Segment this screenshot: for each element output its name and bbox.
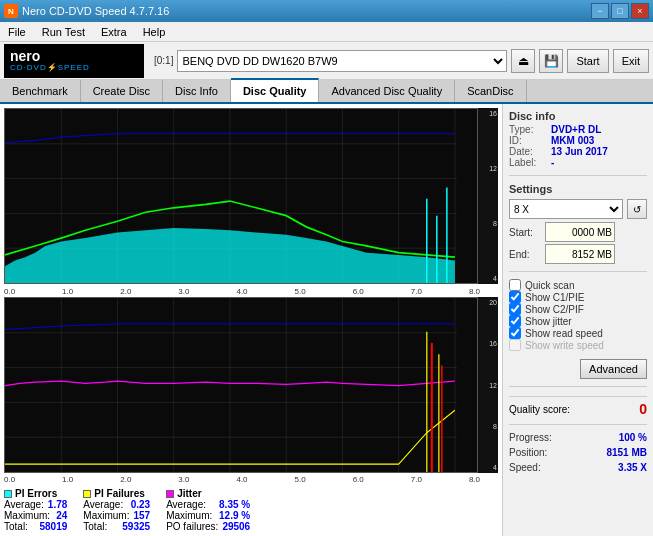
disc-id-row: ID: MKM 003 [509,135,647,146]
tab-scan-disc[interactable]: ScanDisc [455,80,526,102]
disc-date-row: Date: 13 Jun 2017 [509,146,647,157]
jitter-max: 12.9 % [219,510,250,521]
chart-area: 16 12 8 4 0.0 1.0 2.0 3.0 4.0 5.0 6.0 7.… [0,104,503,536]
show-c2-pif-row: Show C2/PIF [509,303,647,315]
bottom-chart [4,297,478,473]
toolbar: nero CD·DVD⚡SPEED [0:1] BENQ DVD DD DW16… [0,42,653,80]
app-logo: nero CD·DVD⚡SPEED [4,44,144,78]
show-write-speed-row: Show write speed [509,339,647,351]
bottom-y-8: 8 [479,423,497,430]
jitter-label: Jitter [177,488,201,499]
tab-disc-quality[interactable]: Disc Quality [231,78,320,102]
close-button[interactable]: × [631,3,649,19]
show-c2-pif-checkbox[interactable] [509,303,521,315]
tab-benchmark[interactable]: Benchmark [0,80,81,102]
advanced-button[interactable]: Advanced [580,359,647,379]
top-chart [4,108,478,284]
y-label-16: 16 [479,110,497,117]
tab-advanced-disc-quality[interactable]: Advanced Disc Quality [319,80,455,102]
show-jitter-row: Show jitter [509,315,647,327]
top-x-axis: 0.0 1.0 2.0 3.0 4.0 5.0 6.0 7.0 8.0 [4,287,498,296]
bottom-chart-svg [5,298,477,472]
top-chart-wrapper: 16 12 8 4 [4,108,498,284]
id-value: MKM 003 [551,135,594,146]
label-label: Label: [509,157,547,168]
start-row: Start: 0000 MB [509,222,647,242]
show-read-speed-checkbox[interactable] [509,327,521,339]
date-label: Date: [509,146,547,157]
menu-file[interactable]: File [4,24,30,40]
exit-button[interactable]: Exit [613,49,649,73]
show-write-speed-label: Show write speed [525,340,604,351]
start-button[interactable]: Start [567,49,608,73]
show-c1-pie-row: Show C1/PIE [509,291,647,303]
speed-stat-row: Speed: 3.35 X [509,462,647,473]
tab-create-disc[interactable]: Create Disc [81,80,163,102]
show-c1-pie-checkbox[interactable] [509,291,521,303]
maximize-button[interactable]: □ [611,3,629,19]
app-icon: N [4,4,18,18]
end-row: End: 8152 MB [509,244,647,264]
progress-label: Progress: [509,432,552,443]
bottom-chart-wrapper: 20 16 12 8 4 [4,297,498,473]
legend-jitter: Jitter Average: 8.35 % Maximum: 12.9 % P… [166,488,250,532]
pi-failures-total: 59325 [122,521,150,532]
show-jitter-checkbox[interactable] [509,315,521,327]
pi-failures-label: PI Failures [94,488,145,499]
y-label-8: 8 [479,220,497,227]
menu-run-test[interactable]: Run Test [38,24,89,40]
drive-selector[interactable]: BENQ DVD DD DW1620 B7W9 [177,50,507,72]
bottom-y-20: 20 [479,299,497,306]
position-value: 8151 MB [606,447,647,458]
speed-stat-value: 3.35 X [618,462,647,473]
start-input[interactable]: 0000 MB [545,222,615,242]
logo-nero: nero [10,49,40,63]
settings-title: Settings [509,183,647,195]
refresh-speed-button[interactable]: ↺ [627,199,647,219]
quick-scan-row: Quick scan [509,279,647,291]
save-button[interactable]: 💾 [539,49,563,73]
pi-errors-max: 24 [56,510,67,521]
tab-disc-info[interactable]: Disc Info [163,80,231,102]
drive-label: [0:1] [154,55,173,66]
eject-button[interactable]: ⏏ [511,49,535,73]
quality-score-label: Quality score: [509,404,570,415]
disc-info-title: Disc info [509,110,647,122]
show-write-speed-checkbox[interactable] [509,339,521,351]
jitter-color [166,490,174,498]
end-input[interactable]: 8152 MB [545,244,615,264]
main-content: 16 12 8 4 0.0 1.0 2.0 3.0 4.0 5.0 6.0 7.… [0,104,653,536]
tab-bar: Benchmark Create Disc Disc Info Disc Qua… [0,80,653,104]
menu-help[interactable]: Help [139,24,170,40]
divider-3 [509,386,647,387]
quality-score-row: Quality score: 0 [509,396,647,417]
type-label: Type: [509,124,547,135]
show-read-speed-label: Show read speed [525,328,603,339]
divider-2 [509,271,647,272]
show-c1-pie-label: Show C1/PIE [525,292,584,303]
pi-failures-avg: 0.23 [131,499,150,510]
quick-scan-checkbox[interactable] [509,279,521,291]
quality-score-value: 0 [639,401,647,417]
top-chart-svg [5,109,477,283]
bottom-legend: PI Errors Average: 1.78 Maximum: 24 Tota… [4,488,498,532]
menu-extra[interactable]: Extra [97,24,131,40]
end-label: End: [509,249,541,260]
divider-4 [509,424,647,425]
disc-type-row: Type: DVD+R DL [509,124,647,135]
y-label-4: 4 [479,275,497,282]
minimize-button[interactable]: − [591,3,609,19]
id-label: ID: [509,135,547,146]
bottom-x-axis: 0.0 1.0 2.0 3.0 4.0 5.0 6.0 7.0 8.0 [4,475,498,484]
speed-row: 8 X 4 X 6 X 12 X MAX ↺ [509,199,647,219]
menu-bar: File Run Test Extra Help [0,22,653,42]
show-c2-pif-label: Show C2/PIF [525,304,584,315]
date-value: 13 Jun 2017 [551,146,608,157]
divider-1 [509,175,647,176]
start-label: Start: [509,227,541,238]
pi-errors-label: PI Errors [15,488,57,499]
speed-select[interactable]: 8 X 4 X 6 X 12 X MAX [509,199,623,219]
disc-info-section: Disc info Type: DVD+R DL ID: MKM 003 Dat… [509,110,647,168]
jitter-po: 29506 [222,521,250,532]
bottom-y-16: 16 [479,340,497,347]
